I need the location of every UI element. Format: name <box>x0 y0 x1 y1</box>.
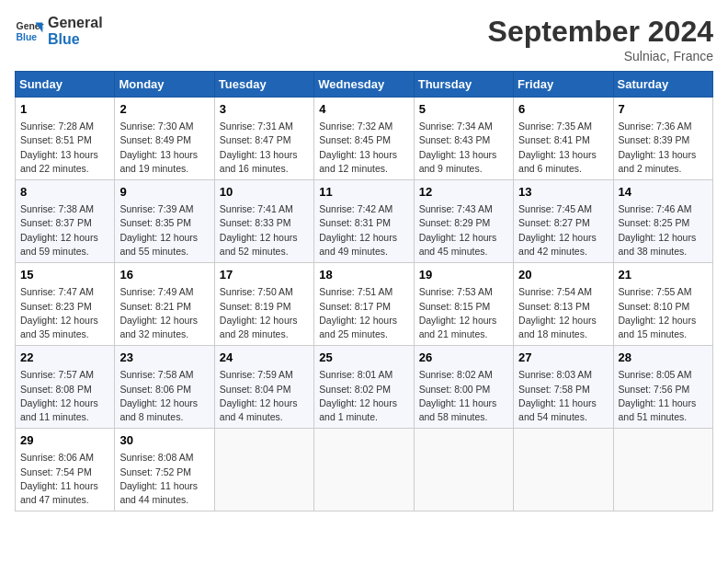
calendar-cell: 7Sunrise: 7:36 AMSunset: 8:39 PMDaylight… <box>613 98 712 180</box>
calendar-cell <box>214 429 313 511</box>
day-number: 2 <box>119 101 209 118</box>
day-info: Sunrise: 7:58 AMSunset: 8:06 PMDaylight:… <box>119 368 209 424</box>
day-info: Sunrise: 7:41 AMSunset: 8:33 PMDaylight:… <box>220 202 309 259</box>
calendar-cell: 10Sunrise: 7:41 AMSunset: 8:33 PMDayligh… <box>214 180 313 263</box>
day-info: Sunrise: 8:08 AMSunset: 7:52 PMDaylight:… <box>119 451 209 507</box>
day-info: Sunrise: 7:28 AMSunset: 8:51 PMDaylight:… <box>20 120 109 176</box>
calendar-cell: 8Sunrise: 7:38 AMSunset: 8:37 PMDaylight… <box>16 180 115 263</box>
calendar-cell: 17Sunrise: 7:50 AMSunset: 8:19 PMDayligh… <box>214 263 313 346</box>
day-info: Sunrise: 8:05 AMSunset: 7:56 PMDaylight:… <box>619 368 708 424</box>
day-info: Sunrise: 7:36 AMSunset: 8:39 PMDaylight:… <box>619 120 708 176</box>
calendar-cell: 18Sunrise: 7:51 AMSunset: 8:17 PMDayligh… <box>314 263 414 346</box>
calendar-cell: 2Sunrise: 7:30 AMSunset: 8:49 PMDaylight… <box>115 98 214 180</box>
calendar-cell <box>613 429 712 511</box>
calendar-cell: 6Sunrise: 7:35 AMSunset: 8:41 PMDaylight… <box>514 98 613 180</box>
calendar-cell: 19Sunrise: 7:53 AMSunset: 8:15 PMDayligh… <box>414 263 513 346</box>
calendar-cell: 26Sunrise: 8:02 AMSunset: 8:00 PMDayligh… <box>414 346 513 429</box>
svg-text:Blue: Blue <box>17 31 38 41</box>
calendar-cell: 3Sunrise: 7:31 AMSunset: 8:47 PMDaylight… <box>214 98 313 180</box>
calendar-week-row: 15Sunrise: 7:47 AMSunset: 8:23 PMDayligh… <box>16 263 713 346</box>
day-number: 20 <box>518 267 608 283</box>
calendar-day-header: Wednesday <box>314 72 414 98</box>
calendar-cell: 13Sunrise: 7:45 AMSunset: 8:27 PMDayligh… <box>514 180 613 263</box>
day-info: Sunrise: 7:47 AMSunset: 8:23 PMDaylight:… <box>20 285 109 341</box>
calendar-cell: 28Sunrise: 8:05 AMSunset: 7:56 PMDayligh… <box>613 346 712 429</box>
calendar-day-header: Saturday <box>613 72 712 98</box>
calendar-cell: 9Sunrise: 7:39 AMSunset: 8:35 PMDaylight… <box>115 180 214 263</box>
calendar-header-row: SundayMondayTuesdayWednesdayThursdayFrid… <box>16 72 713 98</box>
day-info: Sunrise: 7:35 AMSunset: 8:41 PMDaylight:… <box>518 120 608 176</box>
calendar-week-row: 22Sunrise: 7:57 AMSunset: 8:08 PMDayligh… <box>16 346 713 429</box>
day-number: 17 <box>220 267 309 283</box>
calendar-cell: 22Sunrise: 7:57 AMSunset: 8:08 PMDayligh… <box>16 346 115 429</box>
calendar-cell: 16Sunrise: 7:49 AMSunset: 8:21 PMDayligh… <box>115 263 214 346</box>
location: Sulniac, France <box>488 49 713 63</box>
day-info: Sunrise: 7:32 AMSunset: 8:45 PMDaylight:… <box>319 120 408 176</box>
day-number: 4 <box>319 101 408 118</box>
logo-text-blue: Blue <box>48 31 103 48</box>
calendar-cell <box>314 429 414 511</box>
day-info: Sunrise: 7:51 AMSunset: 8:17 PMDaylight:… <box>319 285 408 341</box>
calendar-cell: 27Sunrise: 8:03 AMSunset: 7:58 PMDayligh… <box>514 346 613 429</box>
day-info: Sunrise: 7:55 AMSunset: 8:10 PMDaylight:… <box>619 285 708 341</box>
calendar-cell: 25Sunrise: 8:01 AMSunset: 8:02 PMDayligh… <box>314 346 414 429</box>
day-info: Sunrise: 7:30 AMSunset: 8:49 PMDaylight:… <box>119 120 209 176</box>
day-number: 14 <box>619 184 708 201</box>
calendar-cell: 14Sunrise: 7:46 AMSunset: 8:25 PMDayligh… <box>613 180 712 263</box>
logo-text: General <box>48 15 103 31</box>
day-number: 3 <box>220 101 309 118</box>
day-info: Sunrise: 7:45 AMSunset: 8:27 PMDaylight:… <box>518 202 608 259</box>
calendar-day-header: Sunday <box>16 72 115 98</box>
day-number: 21 <box>619 267 708 283</box>
month-title: September 2024 <box>488 15 713 49</box>
title-block: September 2024 Sulniac, France <box>488 15 713 63</box>
day-info: Sunrise: 7:31 AMSunset: 8:47 PMDaylight:… <box>220 120 309 176</box>
day-info: Sunrise: 7:57 AMSunset: 8:08 PMDaylight:… <box>20 368 109 424</box>
calendar-cell: 24Sunrise: 7:59 AMSunset: 8:04 PMDayligh… <box>214 346 313 429</box>
calendar-cell: 4Sunrise: 7:32 AMSunset: 8:45 PMDaylight… <box>314 98 414 180</box>
day-info: Sunrise: 7:34 AMSunset: 8:43 PMDaylight:… <box>419 120 508 176</box>
calendar-cell: 11Sunrise: 7:42 AMSunset: 8:31 PMDayligh… <box>314 180 414 263</box>
calendar-day-header: Tuesday <box>214 72 313 98</box>
day-number: 27 <box>518 350 608 366</box>
calendar-week-row: 29Sunrise: 8:06 AMSunset: 7:54 PMDayligh… <box>16 429 713 511</box>
day-info: Sunrise: 7:38 AMSunset: 8:37 PMDaylight:… <box>20 202 109 259</box>
calendar-cell: 20Sunrise: 7:54 AMSunset: 8:13 PMDayligh… <box>514 263 613 346</box>
calendar-day-header: Monday <box>115 72 214 98</box>
day-info: Sunrise: 7:46 AMSunset: 8:25 PMDaylight:… <box>619 202 708 259</box>
day-number: 13 <box>518 184 608 201</box>
calendar-table: SundayMondayTuesdayWednesdayThursdayFrid… <box>15 71 713 511</box>
day-number: 5 <box>419 101 508 118</box>
calendar-cell <box>414 429 513 511</box>
day-number: 24 <box>220 350 309 366</box>
calendar-cell: 29Sunrise: 8:06 AMSunset: 7:54 PMDayligh… <box>16 429 115 511</box>
day-info: Sunrise: 8:01 AMSunset: 8:02 PMDaylight:… <box>319 368 408 424</box>
calendar-week-row: 8Sunrise: 7:38 AMSunset: 8:37 PMDaylight… <box>16 180 713 263</box>
day-info: Sunrise: 7:59 AMSunset: 8:04 PMDaylight:… <box>220 368 309 424</box>
day-number: 16 <box>119 267 209 283</box>
calendar-cell: 30Sunrise: 8:08 AMSunset: 7:52 PMDayligh… <box>115 429 214 511</box>
day-number: 11 <box>319 184 408 201</box>
day-info: Sunrise: 8:06 AMSunset: 7:54 PMDaylight:… <box>20 451 109 507</box>
day-number: 23 <box>119 350 209 366</box>
day-number: 18 <box>319 267 408 283</box>
logo: General Blue General Blue <box>15 15 103 47</box>
calendar-cell: 12Sunrise: 7:43 AMSunset: 8:29 PMDayligh… <box>414 180 513 263</box>
day-number: 7 <box>619 101 708 118</box>
day-number: 6 <box>518 101 608 118</box>
day-info: Sunrise: 7:50 AMSunset: 8:19 PMDaylight:… <box>220 285 309 341</box>
day-number: 1 <box>20 101 109 118</box>
day-info: Sunrise: 7:53 AMSunset: 8:15 PMDaylight:… <box>419 285 508 341</box>
calendar-week-row: 1Sunrise: 7:28 AMSunset: 8:51 PMDaylight… <box>16 98 713 180</box>
day-number: 9 <box>119 184 209 201</box>
day-number: 8 <box>20 184 109 201</box>
day-number: 25 <box>319 350 408 366</box>
day-info: Sunrise: 8:02 AMSunset: 8:00 PMDaylight:… <box>419 368 508 424</box>
day-number: 19 <box>419 267 508 283</box>
day-info: Sunrise: 7:54 AMSunset: 8:13 PMDaylight:… <box>518 285 608 341</box>
day-info: Sunrise: 7:49 AMSunset: 8:21 PMDaylight:… <box>119 285 209 341</box>
day-number: 29 <box>20 432 109 449</box>
calendar-cell <box>514 429 613 511</box>
calendar-cell: 23Sunrise: 7:58 AMSunset: 8:06 PMDayligh… <box>115 346 214 429</box>
calendar-cell: 15Sunrise: 7:47 AMSunset: 8:23 PMDayligh… <box>16 263 115 346</box>
